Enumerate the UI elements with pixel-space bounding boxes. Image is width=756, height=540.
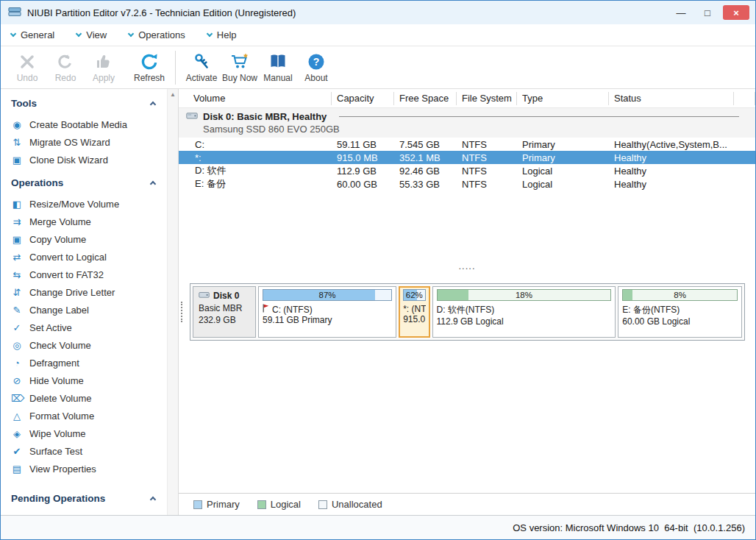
- view-properties-icon: ▤: [11, 463, 23, 475]
- sidebar-item-view-properties[interactable]: ▤View Properties: [11, 460, 167, 477]
- cell-file-system: NTFS: [457, 166, 517, 177]
- sidebar-item-label: Set Active: [29, 322, 72, 333]
- section-header-operations[interactable]: Operations: [11, 176, 167, 189]
- sidebar-item-merge-volume[interactable]: ⇉Merge Volume: [11, 213, 167, 230]
- partition-label: *: (NTFS): [403, 304, 425, 314]
- sidebar-item-copy-volume[interactable]: ▣Copy Volume: [11, 230, 167, 248]
- sidebar-item-label: Wipe Volume: [29, 428, 86, 439]
- bootable-media-icon: ◉: [11, 119, 23, 130]
- partition-block-e[interactable]: 8% E: 备份(NTFS) 60.00 GB Logical: [618, 286, 742, 338]
- usage-bar: 62%: [403, 289, 425, 301]
- defragment-icon: ◔: [11, 358, 23, 369]
- cell-free-space: 92.46 GB: [394, 166, 457, 177]
- section-header-pending-operations[interactable]: Pending Operations: [11, 491, 167, 505]
- sidebar-item-label: Format Volume: [29, 411, 94, 422]
- sidebar-item-surface-test[interactable]: ✔Surface Test: [11, 442, 167, 460]
- divider: [339, 116, 739, 117]
- sidebar-item-convert-to-logical[interactable]: ⇄Convert to Logical: [11, 248, 167, 266]
- column-type[interactable]: Type: [517, 92, 609, 105]
- partition-block-d[interactable]: 18% D: 软件(NTFS) 112.9 GB Logical: [432, 286, 616, 338]
- column-status[interactable]: Status: [609, 92, 734, 105]
- table-row-c[interactable]: C: 59.11 GB 7.545 GB NTFS Primary Health…: [179, 138, 755, 151]
- menu-general[interactable]: General: [11, 29, 54, 40]
- disk-group-title: Disk 0: Basic MBR, Healthy: [203, 111, 327, 122]
- legend-label: Logical: [271, 499, 301, 510]
- cell-volume: *:: [179, 152, 332, 163]
- apply-button[interactable]: Apply: [85, 49, 123, 87]
- cell-free-space: 352.1 MB: [394, 152, 457, 163]
- cell-status: Healthy(Active,System,B...: [609, 139, 734, 150]
- chevron-down-icon: [10, 31, 16, 37]
- sidebar-item-wipe-volume[interactable]: ◈Wipe Volume: [11, 424, 167, 442]
- sidebar-item-label: Create Bootable Media: [29, 119, 127, 130]
- sidebar-item-format-volume[interactable]: △Format Volume: [11, 407, 167, 424]
- sidebar-item-check-volume[interactable]: ◎Check Volume: [11, 336, 167, 354]
- cell-file-system: NTFS: [457, 179, 517, 190]
- sidebar-item-set-active[interactable]: ✓Set Active: [11, 319, 167, 336]
- cell-type: Primary: [517, 152, 609, 163]
- maximize-button[interactable]: □: [696, 5, 718, 20]
- minimize-button[interactable]: —: [670, 5, 692, 20]
- scroll-up-icon[interactable]: ▲: [170, 91, 176, 98]
- menu-label: View: [86, 29, 107, 40]
- cell-type: Logical: [517, 166, 609, 177]
- column-capacity[interactable]: Capacity: [332, 92, 394, 105]
- sidebar-item-clone-disk-wizard[interactable]: ▣Clone Disk Wizard: [11, 151, 167, 168]
- sidebar-item-change-label[interactable]: ✎Change Label: [11, 301, 167, 319]
- usage-percent: 62%: [404, 290, 424, 300]
- cell-status: Healthy: [609, 179, 734, 190]
- section-header-tools[interactable]: Tools: [11, 96, 167, 110]
- about-button[interactable]: ? About: [297, 49, 335, 87]
- chevron-up-icon: [150, 180, 156, 186]
- sidebar-item-label: Copy Volume: [29, 234, 86, 245]
- sidebar-item-hide-volume[interactable]: ⊘Hide Volume: [11, 372, 167, 389]
- partition-size: 915.0 MB: [403, 314, 425, 324]
- table-row-e[interactable]: E: 备份 60.00 GB 55.33 GB NTFS Logical Hea…: [179, 177, 755, 191]
- cart-icon: [230, 51, 249, 72]
- sidebar-item-migrate-os-wizard[interactable]: ⇅Migrate OS Wizard: [11, 133, 167, 151]
- sidebar-item-resize-move-volume[interactable]: ◧Resize/Move Volume: [11, 195, 167, 213]
- sidebar-item-label: Convert to Logical: [29, 252, 107, 263]
- buy-now-button[interactable]: Buy Now: [221, 49, 259, 87]
- usage-bar: 87%: [263, 289, 392, 301]
- partition-map: 87% C: (NTFS) 59.11 GB Primary 62% *: (N…: [256, 286, 742, 338]
- table-row-d[interactable]: D: 软件 112.9 GB 92.46 GB NTFS Logical Hea…: [179, 164, 755, 177]
- sidebar-item-defragment[interactable]: ◔Defragment: [11, 354, 167, 372]
- titlebar: NIUBI Partition Editor v7.2.6 - Technici…: [1, 1, 755, 24]
- disk-group-row[interactable]: Disk 0: Basic MBR, Healthy Samsung SSD 8…: [179, 108, 755, 138]
- sidebar-item-convert-to-fat32[interactable]: ⇆Convert to FAT32: [11, 266, 167, 283]
- chevron-down-icon: [207, 31, 213, 37]
- sidebar-scrollbar[interactable]: ▲: [167, 89, 178, 515]
- manual-button[interactable]: Manual: [259, 49, 297, 87]
- disk-icon: [186, 110, 198, 123]
- disk-type: Basic MBR: [199, 303, 250, 313]
- column-file-system[interactable]: File System: [457, 92, 517, 105]
- disk-map-disk-block[interactable]: Disk 0 Basic MBR 232.9 GB: [193, 286, 256, 338]
- undo-button[interactable]: Undo: [8, 49, 46, 87]
- partition-block-c[interactable]: 87% C: (NTFS) 59.11 GB Primary: [258, 286, 396, 338]
- column-volume[interactable]: Volume: [179, 92, 332, 105]
- redo-button[interactable]: Redo: [46, 49, 85, 87]
- menu-operations[interactable]: Operations: [129, 29, 185, 40]
- disk-map: Disk 0 Basic MBR 232.9 GB 87% C: (NTFS) …: [190, 283, 745, 341]
- close-button[interactable]: ×: [723, 5, 749, 20]
- activate-button[interactable]: Activate: [182, 49, 221, 87]
- refresh-button[interactable]: Refresh: [130, 49, 168, 87]
- set-active-icon: ✓: [11, 322, 23, 333]
- sidebar-item-change-drive-letter[interactable]: ⇵Change Drive Letter: [11, 283, 167, 301]
- menu-view[interactable]: View: [76, 29, 107, 40]
- menubar: General View Operations Help: [1, 24, 755, 46]
- section-title: Pending Operations: [11, 493, 105, 504]
- table-row-star-selected[interactable]: *: 915.0 MB 352.1 MB NTFS Primary Health…: [179, 151, 755, 164]
- vertical-splitter-handle[interactable]: [181, 302, 184, 322]
- sidebar-item-create-bootable-media[interactable]: ◉Create Bootable Media: [11, 116, 167, 133]
- cell-free-space: 7.545 GB: [394, 139, 457, 150]
- cell-type: Logical: [517, 179, 609, 190]
- cell-capacity: 915.0 MB: [332, 152, 394, 163]
- column-free-space[interactable]: Free Space: [394, 92, 457, 105]
- sidebar-item-label: Hide Volume: [29, 375, 84, 386]
- menu-help[interactable]: Help: [207, 29, 237, 40]
- partition-block-star-selected[interactable]: 62% *: (NTFS) 915.0 MB: [399, 286, 429, 338]
- horizontal-splitter[interactable]: .....: [179, 264, 755, 273]
- sidebar-item-delete-volume[interactable]: ⌦Delete Volume: [11, 389, 167, 407]
